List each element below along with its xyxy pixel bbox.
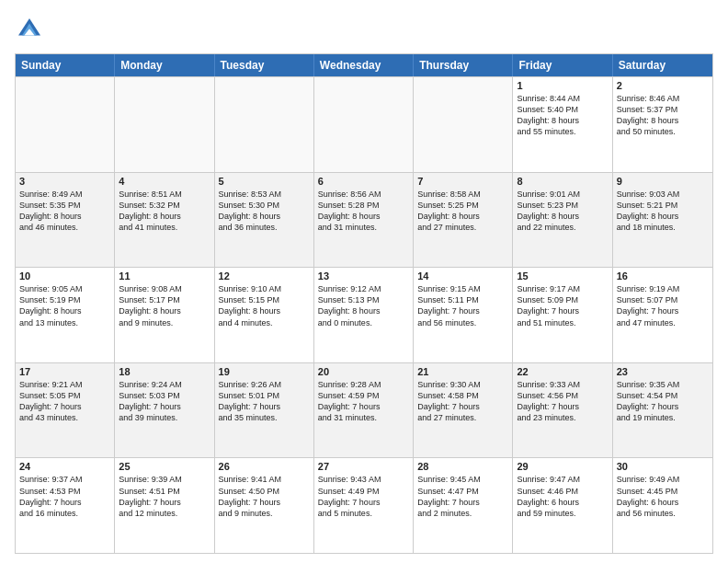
day-number: 25: [119, 461, 210, 472]
header-day-tuesday: Tuesday: [215, 54, 314, 76]
empty-cell: [414, 77, 513, 172]
day-cell-5: 5Sunrise: 8:53 AMSunset: 5:30 PMDaylight…: [215, 173, 314, 268]
week-row-1: 1Sunrise: 8:44 AMSunset: 5:40 PMDaylight…: [16, 76, 712, 172]
empty-cell: [115, 77, 214, 172]
day-info: Sunrise: 9:24 AMSunset: 5:03 PMDaylight:…: [119, 379, 210, 424]
day-number: 6: [318, 176, 409, 187]
logo-icon: [15, 15, 44, 44]
day-cell-30: 30Sunrise: 9:49 AMSunset: 4:45 PMDayligh…: [613, 458, 712, 553]
day-info: Sunrise: 9:45 AMSunset: 4:47 PMDaylight:…: [417, 474, 508, 519]
day-number: 8: [517, 176, 608, 187]
day-number: 17: [19, 366, 110, 377]
day-number: 11: [119, 270, 210, 282]
header-day-thursday: Thursday: [414, 54, 513, 76]
day-info: Sunrise: 8:51 AMSunset: 5:32 PMDaylight:…: [119, 189, 210, 234]
day-number: 7: [417, 176, 508, 187]
empty-cell: [215, 77, 314, 172]
day-cell-16: 16Sunrise: 9:19 AMSunset: 5:07 PMDayligh…: [613, 268, 712, 362]
day-number: 9: [617, 176, 709, 187]
day-info: Sunrise: 9:35 AMSunset: 4:54 PMDaylight:…: [617, 379, 709, 424]
day-info: Sunrise: 8:53 AMSunset: 5:30 PMDaylight:…: [219, 189, 310, 234]
day-cell-7: 7Sunrise: 8:58 AMSunset: 5:25 PMDaylight…: [414, 173, 513, 268]
day-info: Sunrise: 9:17 AMSunset: 5:09 PMDaylight:…: [517, 283, 608, 328]
day-info: Sunrise: 9:26 AMSunset: 5:01 PMDaylight:…: [219, 379, 310, 424]
week-row-3: 10Sunrise: 9:05 AMSunset: 5:19 PMDayligh…: [16, 267, 712, 362]
day-info: Sunrise: 9:33 AMSunset: 4:56 PMDaylight:…: [517, 379, 608, 424]
day-number: 14: [417, 270, 508, 282]
day-number: 27: [318, 461, 409, 472]
day-cell-10: 10Sunrise: 9:05 AMSunset: 5:19 PMDayligh…: [16, 268, 115, 362]
day-info: Sunrise: 8:44 AMSunset: 5:40 PMDaylight:…: [517, 93, 608, 138]
day-number: 13: [318, 270, 409, 282]
day-cell-24: 24Sunrise: 9:37 AMSunset: 4:53 PMDayligh…: [16, 458, 115, 553]
day-info: Sunrise: 9:37 AMSunset: 4:53 PMDaylight:…: [19, 474, 110, 519]
empty-cell: [314, 77, 414, 172]
day-info: Sunrise: 8:56 AMSunset: 5:28 PMDaylight:…: [318, 189, 409, 234]
day-info: Sunrise: 8:58 AMSunset: 5:25 PMDaylight:…: [417, 189, 508, 234]
day-number: 30: [617, 461, 709, 472]
day-cell-20: 20Sunrise: 9:28 AMSunset: 4:59 PMDayligh…: [314, 363, 414, 458]
day-info: Sunrise: 9:39 AMSunset: 4:51 PMDaylight:…: [119, 474, 210, 519]
day-cell-6: 6Sunrise: 8:56 AMSunset: 5:28 PMDaylight…: [314, 173, 414, 268]
day-cell-22: 22Sunrise: 9:33 AMSunset: 4:56 PMDayligh…: [513, 363, 612, 458]
day-info: Sunrise: 9:21 AMSunset: 5:05 PMDaylight:…: [19, 379, 110, 424]
logo: [15, 15, 48, 44]
day-info: Sunrise: 9:08 AMSunset: 5:17 PMDaylight:…: [119, 283, 210, 328]
day-info: Sunrise: 9:43 AMSunset: 4:49 PMDaylight:…: [318, 474, 409, 519]
header-day-sunday: Sunday: [16, 54, 115, 76]
day-cell-11: 11Sunrise: 9:08 AMSunset: 5:17 PMDayligh…: [115, 268, 214, 362]
day-number: 23: [617, 366, 709, 377]
day-cell-15: 15Sunrise: 9:17 AMSunset: 5:09 PMDayligh…: [513, 268, 612, 362]
calendar-body: 1Sunrise: 8:44 AMSunset: 5:40 PMDaylight…: [16, 76, 712, 553]
day-info: Sunrise: 9:05 AMSunset: 5:19 PMDaylight:…: [19, 283, 110, 328]
day-info: Sunrise: 9:10 AMSunset: 5:15 PMDaylight:…: [219, 283, 310, 328]
calendar-header: SundayMondayTuesdayWednesdayThursdayFrid…: [16, 54, 712, 76]
day-cell-12: 12Sunrise: 9:10 AMSunset: 5:15 PMDayligh…: [215, 268, 314, 362]
day-number: 2: [617, 80, 709, 91]
header-day-monday: Monday: [115, 54, 214, 76]
day-cell-1: 1Sunrise: 8:44 AMSunset: 5:40 PMDaylight…: [513, 77, 612, 172]
calendar: SundayMondayTuesdayWednesdayThursdayFrid…: [15, 53, 713, 554]
header-day-friday: Friday: [513, 54, 612, 76]
day-number: 1: [517, 80, 608, 91]
week-row-2: 3Sunrise: 8:49 AMSunset: 5:35 PMDaylight…: [16, 172, 712, 268]
day-info: Sunrise: 9:41 AMSunset: 4:50 PMDaylight:…: [219, 474, 310, 519]
day-number: 20: [318, 366, 409, 377]
day-number: 24: [19, 461, 110, 472]
day-cell-18: 18Sunrise: 9:24 AMSunset: 5:03 PMDayligh…: [115, 363, 214, 458]
day-cell-4: 4Sunrise: 8:51 AMSunset: 5:32 PMDaylight…: [115, 173, 214, 268]
day-number: 29: [517, 461, 608, 472]
day-info: Sunrise: 9:49 AMSunset: 4:45 PMDaylight:…: [617, 474, 709, 519]
day-info: Sunrise: 9:01 AMSunset: 5:23 PMDaylight:…: [517, 189, 608, 234]
day-cell-17: 17Sunrise: 9:21 AMSunset: 5:05 PMDayligh…: [16, 363, 115, 458]
day-cell-27: 27Sunrise: 9:43 AMSunset: 4:49 PMDayligh…: [314, 458, 414, 553]
day-number: 28: [417, 461, 508, 472]
page: SundayMondayTuesdayWednesdayThursdayFrid…: [0, 0, 728, 563]
day-info: Sunrise: 9:19 AMSunset: 5:07 PMDaylight:…: [617, 283, 709, 328]
empty-cell: [16, 77, 115, 172]
day-info: Sunrise: 8:46 AMSunset: 5:37 PMDaylight:…: [617, 93, 709, 138]
day-number: 5: [219, 176, 310, 187]
day-info: Sunrise: 8:49 AMSunset: 5:35 PMDaylight:…: [19, 189, 110, 234]
day-cell-2: 2Sunrise: 8:46 AMSunset: 5:37 PMDaylight…: [613, 77, 712, 172]
day-cell-23: 23Sunrise: 9:35 AMSunset: 4:54 PMDayligh…: [613, 363, 712, 458]
day-info: Sunrise: 9:15 AMSunset: 5:11 PMDaylight:…: [417, 283, 508, 328]
week-row-5: 24Sunrise: 9:37 AMSunset: 4:53 PMDayligh…: [16, 457, 712, 553]
day-cell-9: 9Sunrise: 9:03 AMSunset: 5:21 PMDaylight…: [613, 173, 712, 268]
header: [15, 15, 713, 44]
day-number: 18: [119, 366, 210, 377]
day-number: 10: [19, 270, 110, 282]
day-number: 16: [617, 270, 709, 282]
day-number: 22: [517, 366, 608, 377]
day-number: 15: [517, 270, 608, 282]
day-number: 19: [219, 366, 310, 377]
day-info: Sunrise: 9:28 AMSunset: 4:59 PMDaylight:…: [318, 379, 409, 424]
header-day-wednesday: Wednesday: [314, 54, 414, 76]
day-cell-28: 28Sunrise: 9:45 AMSunset: 4:47 PMDayligh…: [414, 458, 513, 553]
day-cell-21: 21Sunrise: 9:30 AMSunset: 4:58 PMDayligh…: [414, 363, 513, 458]
day-info: Sunrise: 9:47 AMSunset: 4:46 PMDaylight:…: [517, 474, 608, 519]
day-info: Sunrise: 9:03 AMSunset: 5:21 PMDaylight:…: [617, 189, 709, 234]
day-cell-3: 3Sunrise: 8:49 AMSunset: 5:35 PMDaylight…: [16, 173, 115, 268]
day-cell-19: 19Sunrise: 9:26 AMSunset: 5:01 PMDayligh…: [215, 363, 314, 458]
day-info: Sunrise: 9:30 AMSunset: 4:58 PMDaylight:…: [417, 379, 508, 424]
